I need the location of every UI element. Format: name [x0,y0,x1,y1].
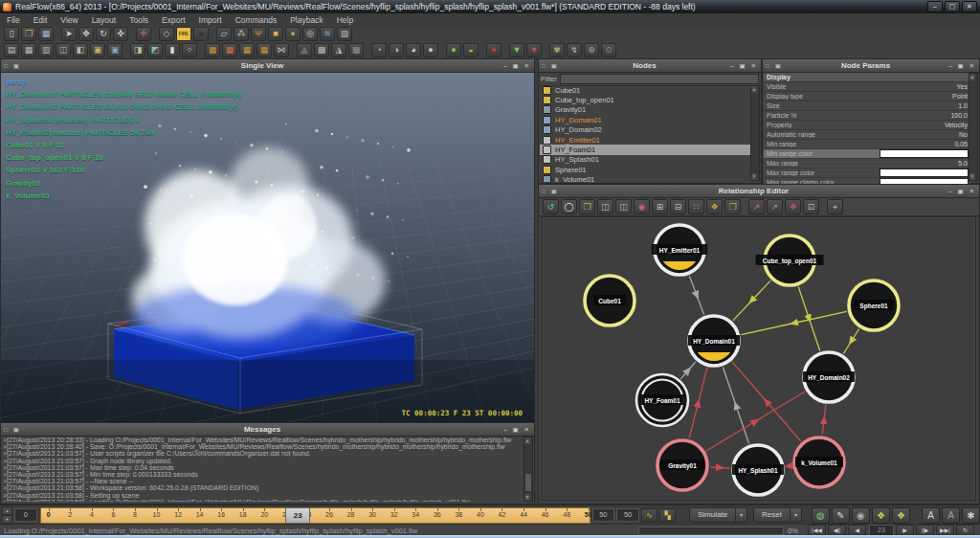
minimize-button[interactable]: – [927,1,943,12]
param-value[interactable]: 1.0 [880,102,970,109]
menu-edit[interactable]: Edit [27,15,55,25]
max-frames-field[interactable]: 50 [616,508,639,522]
lock-icon[interactable]: ✱ [962,507,980,524]
node-item-Sphere01[interactable]: Sphere01 [540,165,752,174]
add-waves-icon[interactable]: ≋ [320,27,335,41]
paste-node-icon[interactable]: ◫ [615,199,632,214]
grid-snap-icon[interactable]: ▩ [314,43,329,57]
scroll-thumb[interactable] [524,473,532,492]
panel-minimize-icon[interactable]: – [503,426,509,433]
sim-refresh-icon[interactable]: ⊛ [584,43,599,57]
current-frame-handle[interactable]: 23 [285,507,310,524]
menu-tools[interactable]: Tools [122,15,155,25]
messages-scrollbar[interactable]: ▲ ▼ [523,437,533,502]
panel-close-icon[interactable]: ✕ [751,62,758,69]
shading-textured-icon[interactable]: ● [423,43,438,57]
panel-menu-icon[interactable]: □ [766,62,771,69]
reset-button[interactable]: Reset [753,507,791,523]
render-preview-icon[interactable]: ◕ [193,27,209,41]
menu-view[interactable]: View [54,15,84,25]
maximize-button[interactable]: ▢ [945,1,960,12]
node-item-HY_Domain01[interactable]: HY_Domain01 [540,115,752,124]
add-sphere-icon[interactable]: ● [285,27,301,41]
node-item-Cube_top_open01[interactable]: Cube_top_open01 [540,95,752,104]
node-item-HY_Foam01[interactable]: HY_Foam01 [540,145,752,154]
cache-particles-icon[interactable]: ▦ [239,43,255,57]
param-value[interactable]: 100.0 [880,112,970,119]
layout-single-icon[interactable]: ▤ [4,43,19,57]
status-ok-icon[interactable]: ● [446,43,461,57]
graph-node-HY_Foam01[interactable]: HY_Foam01 [636,374,688,426]
add-key-icon[interactable]: A [922,507,940,524]
graph-node-Cube01[interactable]: Cube01 [585,276,635,325]
preview-eye-icon[interactable]: ◉ [852,507,870,524]
copy-node-icon[interactable]: ◫ [597,199,613,214]
params-scrollbar[interactable]: ▲ ▼ [969,73,978,181]
scroll-up-icon[interactable]: ▲ [751,86,757,93]
panel-float-icon[interactable]: ▣ [513,426,521,433]
unlink-icon[interactable]: ❖ [785,199,801,214]
panel-dock-icon[interactable]: ▣ [775,62,783,69]
param-value[interactable]: 5.0 [880,160,970,167]
export-ok-icon[interactable]: ▼ [509,43,524,57]
graph-node-HY_Emitter01[interactable]: HY_Emitter01 [652,225,707,275]
scroll-down-icon[interactable]: ▼ [524,494,530,501]
remove-key-icon[interactable]: A [942,507,960,524]
relationship-canvas[interactable]: HY_Emitter01Cube_top_open01Cube01Sphere0… [542,216,976,501]
cache-sim-icon[interactable]: ▦ [205,43,220,57]
viewport-3d-canvas[interactable]: perspHY_Domain01 PARTICLES 858,648 GRID … [1,73,534,423]
simulate-dropdown-icon[interactable]: ▾ [736,507,747,523]
scale-tool-icon[interactable]: ✜ [113,27,128,41]
node-item-HY_Splash01[interactable]: HY_Splash01 [540,155,752,165]
panel-close-icon[interactable]: ✕ [524,426,531,433]
job-manager-icon[interactable]: ⁘ [182,43,197,57]
panel-float-icon[interactable]: ▣ [958,188,966,194]
shading-smooth-icon[interactable]: ◕ [406,43,421,57]
menu-commands[interactable]: Commands [229,15,283,25]
node-item-HY_Emitter01[interactable]: HY_Emitter01 [540,135,752,145]
frame-spin-down-icon[interactable]: ▼ [2,515,12,524]
layout-nodes-icon[interactable]: ∷ [688,199,704,214]
param-value[interactable]: Point [880,93,970,100]
curve-editor-icon[interactable]: ◩ [147,43,163,57]
scroll-up-icon[interactable]: ▲ [524,437,530,444]
show-links-icon[interactable]: ⊡ [803,199,819,214]
link-collision-icon[interactable]: ↗ [767,199,783,214]
graph-node-Gravity01[interactable]: Gravity01 [657,440,707,490]
shading-flat-icon[interactable]: ◑ [389,43,404,57]
param-value[interactable]: Yes [880,83,970,90]
panel-minimize-icon[interactable]: – [948,62,954,69]
grid-toggle-icon[interactable]: ◬ [297,43,312,57]
frame-all-icon[interactable]: ❒ [579,199,595,214]
panel-menu-icon[interactable]: □ [542,188,547,194]
select-tool-icon[interactable]: ➤ [61,27,77,41]
menu-import[interactable]: Import [192,15,229,25]
scroll-down-icon[interactable]: ▼ [751,173,757,180]
timeline-track[interactable]: 0246810121416182022242628303234363840424… [40,507,590,524]
export-err-icon[interactable]: ▼ [526,43,542,57]
timeline-keys-icon[interactable]: ▚ [659,508,676,523]
panel-float-icon[interactable]: ▣ [958,62,966,69]
nodes-scrollbar[interactable]: ▲ ▼ [750,85,760,181]
node-item-Gravity01[interactable]: Gravity01 [540,105,752,115]
move-tool-icon[interactable]: ✥ [78,27,94,41]
zoom-in-icon[interactable]: ⊞ [652,199,668,214]
panel-float-icon[interactable]: ▣ [740,62,747,69]
reset-dropdown-icon[interactable]: ▾ [791,507,802,523]
param-value[interactable]: No [880,131,970,138]
timeline-start-field[interactable]: 0 [14,508,37,522]
cache-foam-icon[interactable]: ▦ [256,43,272,57]
simulate-button[interactable]: Simulate [689,507,736,523]
timeline-curve-icon[interactable]: ∿ [641,508,657,523]
graph-node-HY_Domain01[interactable]: HY_Domain01 [688,316,740,366]
panel-minimize-icon[interactable]: – [503,62,509,69]
graph-node-Cube_top_open01[interactable]: Cube_top_open01 [756,235,824,285]
cache-mesh-icon[interactable]: ▦ [222,43,237,57]
shading-wire-icon[interactable]: ◔ [371,43,387,57]
graph-node-HY_Splash01[interactable]: HY_Splash01 [732,445,784,495]
group-icon[interactable]: ❒ [724,199,741,214]
layout-horizontal-icon[interactable]: ▥ [38,43,54,57]
menu-file[interactable]: File [0,15,27,25]
daemon-hand-a-icon[interactable]: ❖ [872,507,890,524]
workspace-b-icon[interactable]: ▣ [107,43,122,57]
